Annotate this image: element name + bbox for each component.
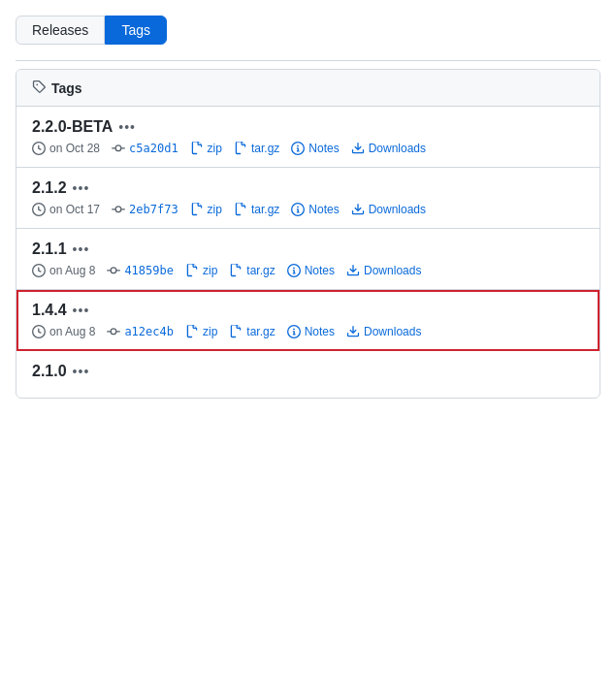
release-version-r5: 2.1.0	[32, 363, 67, 380]
release-meta-r1: on Oct 28 c5a20d1 zip tar.gz	[32, 142, 584, 155]
release-title-row-r5: 2.1.0 •••	[32, 363, 584, 380]
targz-link-r1[interactable]: tar.gz	[234, 142, 279, 155]
release-meta-r2: on Oct 17 2eb7f73 zip tar.gz	[32, 203, 584, 216]
release-more-r1[interactable]: •••	[118, 119, 136, 135]
targz-link-r3[interactable]: tar.gz	[229, 264, 275, 277]
release-title-row-r4: 1.4.4 •••	[32, 302, 584, 319]
downloads-link-r3[interactable]: Downloads	[346, 264, 421, 277]
commit-icon-r1: c5a20d1	[112, 142, 178, 155]
release-version-r2: 2.1.2	[32, 179, 67, 197]
commit-hash-r4[interactable]: a12ec4b	[124, 325, 174, 338]
release-item-r1: 2.2.0-BETA ••• on Oct 28 c5a20d1	[16, 107, 600, 168]
release-more-r5[interactable]: •••	[73, 364, 90, 379]
release-item-r3: 2.1.1 ••• on Aug 8 41859be zip	[16, 229, 600, 290]
release-item-r5: 2.1.0 •••	[16, 351, 600, 398]
zip-link-r1[interactable]: zip	[190, 142, 222, 155]
commit-icon-r3: 41859be	[107, 264, 174, 277]
release-more-r2[interactable]: •••	[73, 180, 90, 196]
release-title-row-r2: 2.1.2 •••	[32, 179, 584, 197]
tags-container: Tags 2.2.0-BETA ••• on Oct 28 c5a20d1	[16, 69, 600, 399]
commit-icon-r4: a12ec4b	[107, 325, 174, 338]
downloads-link-r4[interactable]: Downloads	[346, 325, 421, 338]
downloads-link-r2[interactable]: Downloads	[351, 203, 426, 216]
zip-link-r3[interactable]: zip	[185, 264, 217, 277]
tab-bar: Releases Tags	[16, 16, 600, 45]
tags-header: Tags	[16, 70, 600, 107]
commit-icon-r2: 2eb7f73	[112, 203, 178, 216]
tags-section-title: Tags	[51, 80, 82, 96]
release-version-r1: 2.2.0-BETA	[32, 118, 113, 136]
notes-link-r2[interactable]: Notes	[291, 203, 339, 216]
release-version-r4: 1.4.4	[32, 302, 67, 319]
release-date-r4: on Aug 8	[32, 325, 95, 338]
release-date-r2: on Oct 17	[32, 203, 100, 216]
release-meta-r3: on Aug 8 41859be zip tar.gz	[32, 264, 584, 277]
commit-hash-r2[interactable]: 2eb7f73	[129, 203, 178, 216]
release-date-r1: on Oct 28	[32, 142, 100, 155]
notes-link-r4[interactable]: Notes	[287, 325, 335, 338]
release-meta-r4: on Aug 8 a12ec4b zip tar.gz	[32, 325, 584, 338]
release-more-r4[interactable]: •••	[73, 303, 90, 318]
release-item-r2: 2.1.2 ••• on Oct 17 2eb7f73 zip	[16, 168, 600, 229]
release-version-r3: 2.1.1	[32, 240, 67, 258]
release-title-row-r3: 2.1.1 •••	[32, 240, 584, 258]
downloads-link-r1[interactable]: Downloads	[351, 142, 426, 155]
commit-hash-r1[interactable]: c5a20d1	[129, 142, 178, 155]
notes-link-r1[interactable]: Notes	[291, 142, 339, 155]
notes-link-r3[interactable]: Notes	[287, 264, 335, 277]
release-date-r3: on Aug 8	[32, 264, 95, 277]
tab-tags[interactable]: Tags	[105, 16, 167, 45]
zip-link-r2[interactable]: zip	[190, 203, 222, 216]
release-title-row-r1: 2.2.0-BETA •••	[32, 118, 584, 136]
releases-list: 2.2.0-BETA ••• on Oct 28 c5a20d1	[16, 107, 600, 398]
commit-hash-r3[interactable]: 41859be	[124, 264, 174, 277]
zip-link-r4[interactable]: zip	[185, 325, 217, 338]
release-item-r4: 1.4.4 ••• on Aug 8 a12ec4b zip	[16, 290, 600, 351]
tag-icon	[32, 80, 46, 96]
targz-link-r4[interactable]: tar.gz	[229, 325, 275, 338]
targz-link-r2[interactable]: tar.gz	[234, 203, 279, 216]
divider	[16, 60, 600, 61]
release-more-r3[interactable]: •••	[73, 241, 90, 257]
tab-releases[interactable]: Releases	[16, 16, 105, 45]
